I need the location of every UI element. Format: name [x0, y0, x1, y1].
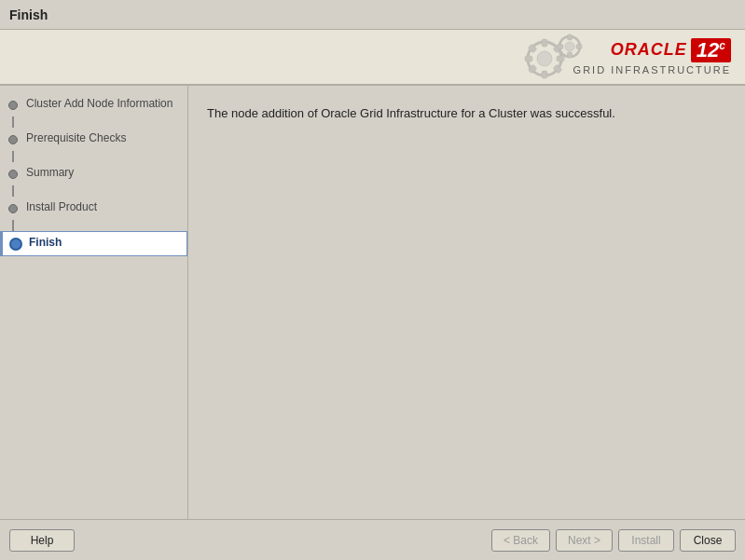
svg-rect-3: [542, 71, 547, 78]
title-bar: Finish: [0, 0, 745, 30]
help-button[interactable]: Help: [9, 529, 75, 552]
sidebar-item-install-product[interactable]: Install Product: [0, 197, 187, 231]
step-dot-cluster: [8, 101, 18, 110]
oracle-logo: ORACLE 12c GRID INFRASTRUCTURE: [573, 38, 731, 75]
sidebar-item-summary[interactable]: Summary: [0, 162, 187, 197]
svg-rect-15: [576, 45, 582, 49]
main-content: Cluster Add Node Information Prerequisit…: [0, 86, 745, 519]
svg-rect-14: [558, 45, 563, 49]
gears-icon: [484, 33, 596, 84]
header: ORACLE 12c GRID INFRASTRUCTURE: [0, 30, 745, 86]
next-button[interactable]: Next >: [556, 529, 613, 552]
svg-rect-2: [542, 39, 547, 47]
main-window: Finish: [0, 0, 745, 560]
svg-point-1: [537, 51, 552, 66]
sidebar: Cluster Add Node Information Prerequisit…: [0, 86, 188, 519]
svg-rect-4: [525, 56, 532, 61]
step-connector-2: [12, 151, 14, 162]
close-button[interactable]: Close: [680, 529, 736, 552]
install-button[interactable]: Install: [618, 529, 674, 552]
footer-right: < Back Next > Install Close: [491, 529, 736, 552]
sidebar-label-finish: Finish: [29, 236, 62, 251]
svg-rect-12: [568, 34, 573, 40]
sidebar-label-summary: Summary: [26, 166, 74, 181]
step-dot-finish: [9, 238, 22, 251]
oracle-text: ORACLE: [611, 40, 687, 60]
sidebar-label-cluster: Cluster Add Node Information: [26, 97, 172, 112]
back-button[interactable]: < Back: [491, 529, 550, 552]
svg-point-11: [565, 42, 574, 51]
footer-left: Help: [9, 529, 75, 552]
sidebar-item-prerequisite[interactable]: Prerequisite Checks: [0, 128, 187, 162]
svg-rect-5: [557, 56, 564, 61]
window-title: Finish: [9, 7, 48, 22]
footer: Help < Back Next > Install Close: [0, 519, 745, 560]
sidebar-label-prereq: Prerequisite Checks: [26, 131, 126, 146]
sidebar-item-cluster-add-node[interactable]: Cluster Add Node Information: [0, 93, 187, 128]
success-message: The node addition of Oracle Grid Infrast…: [207, 104, 726, 123]
step-dot-install: [8, 204, 18, 213]
sidebar-item-finish[interactable]: Finish: [0, 231, 187, 256]
grid-infrastructure-label: GRID INFRASTRUCTURE: [573, 64, 731, 75]
version-badge: 12c: [691, 38, 731, 62]
sidebar-label-install: Install Product: [26, 200, 97, 215]
svg-rect-13: [568, 52, 573, 58]
step-connector-3: [12, 185, 14, 197]
content-area: The node addition of Oracle Grid Infrast…: [188, 86, 745, 519]
step-connector-1: [12, 116, 14, 128]
step-connector-4: [12, 220, 14, 231]
step-dot-prereq: [8, 135, 18, 144]
step-dot-summary: [8, 170, 18, 179]
